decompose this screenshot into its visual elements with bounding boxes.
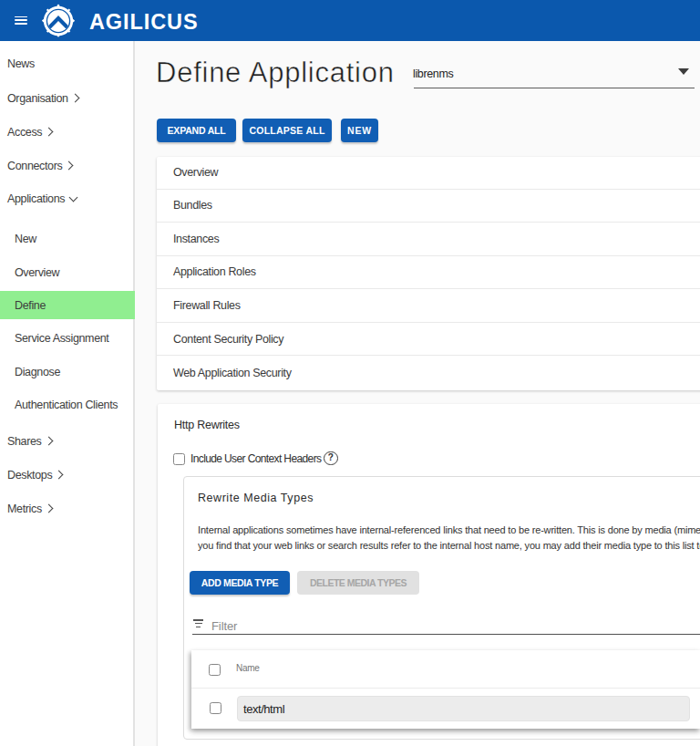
svg-text:AGILICUS: AGILICUS xyxy=(89,10,198,34)
